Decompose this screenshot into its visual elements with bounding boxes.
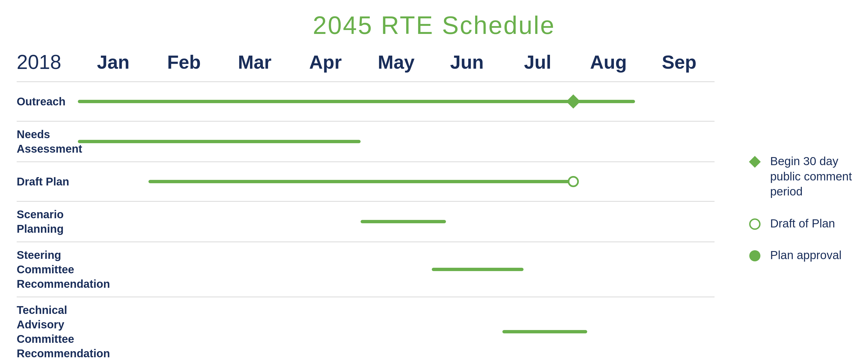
row-label: Technical AdvisoryCommittee Recommendati… [17,297,78,362]
gantt-bar [149,180,573,183]
gantt-bar [502,330,587,333]
gantt-bar [432,268,524,271]
gantt-row: Draft Plan [17,161,715,201]
svg-rect-0 [749,156,761,168]
month-label-jul: Jul [502,51,573,73]
month-label-sep: Sep [644,51,715,73]
gantt-bar [78,140,361,143]
gantt-bar [78,100,635,103]
gantt-bar [361,220,446,223]
row-timeline [78,162,715,201]
diamond-marker [566,94,580,109]
gantt-row: Scenario Planning [17,201,715,242]
gantt-row: Steering CommitteeRecommendation [17,242,715,297]
legend-text: Draft of Plan [770,216,835,231]
legend-diamond-icon [748,155,762,169]
legend-circle-open-icon [748,217,762,231]
gantt-row: Technical AdvisoryCommittee Recommendati… [17,297,715,362]
row-label: Draft Plan [17,169,78,194]
row-label: Scenario Planning [17,202,78,242]
month-label-aug: Aug [573,51,644,73]
month-label-mar: Mar [219,51,290,73]
row-timeline [78,82,715,121]
row-timeline [78,312,715,351]
circle-open-marker [568,176,579,187]
gantt-row: Needs Assessment [17,121,715,161]
gantt-container: OutreachNeeds AssessmentDraft PlanScenar… [0,82,731,362]
legend-panel: Begin 30 day public comment period Draft… [731,48,868,362]
page-title: 2045 RTE Schedule [0,0,868,48]
legend-text: Plan approval [770,248,842,263]
row-label: Outreach [17,89,78,114]
gantt-row: Outreach [17,82,715,121]
month-label-feb: Feb [149,51,219,73]
legend-item: Plan approval [748,248,868,263]
month-label-jun: Jun [432,51,502,73]
legend-item: Draft of Plan [748,216,868,231]
legend-text: Begin 30 day public comment period [770,154,868,199]
legend-item: Begin 30 day public comment period [748,154,868,199]
month-label-jan: Jan [78,51,149,73]
row-timeline [78,202,715,241]
svg-point-2 [749,250,761,261]
month-label-apr: Apr [290,51,361,73]
row-label: Needs Assessment [17,121,78,161]
header-row: 2018 JanFebMarAprMayJunJulAugSep [0,48,731,82]
gantt-chart: 2018 JanFebMarAprMayJunJulAugSep Outreac… [0,48,731,362]
months-header: JanFebMarAprMayJunJulAugSep [78,51,715,73]
row-timeline [78,250,715,289]
legend-circle-filled-icon [748,249,762,263]
row-label: Steering CommitteeRecommendation [17,242,78,297]
row-timeline [78,122,715,161]
svg-point-1 [750,219,760,229]
month-label-may: May [361,51,432,73]
year-label: 2018 [17,51,78,73]
